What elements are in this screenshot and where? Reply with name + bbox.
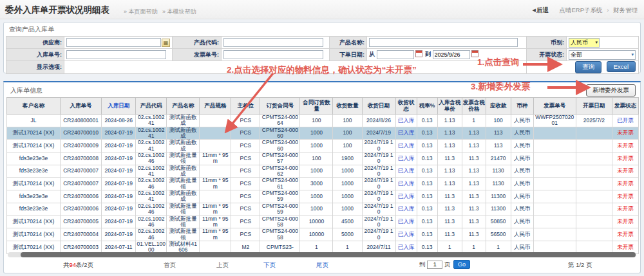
new-outsource-invoice-button[interactable]: 新增委外发票 — [586, 84, 636, 97]
cell-order_contract_no: CPMTS24-00062 — [260, 165, 300, 178]
col-header-contract_qty: 合同订货数量 — [300, 98, 333, 115]
horizontal-scrollbar-thumb[interactable] — [21, 252, 636, 257]
search-button[interactable]: 查询 — [575, 61, 601, 73]
cell-receipt_status: 已入库 — [395, 140, 417, 152]
col-header-inbound_price: 入库含税单价 — [437, 98, 462, 115]
cell-receipt_status: 已入库 — [395, 203, 417, 216]
cell-inbound_date: 2024-07-19 — [102, 203, 136, 216]
product-code-input[interactable] — [223, 38, 323, 47]
inbound-panel: 入库单信息 新增委外发票 客户名称入库单号入库日期产品代码产品名称产品规格主单位… — [3, 81, 641, 273]
breadcrumb-separator: › — [607, 6, 609, 14]
table-row[interactable]: 测试170214 (XX)CR2407000042024-07-1902.cs.… — [7, 228, 639, 241]
cell-product_name: 测试新批量领 — [167, 178, 200, 190]
col-header-invoice_status: 发票状态 — [612, 98, 638, 115]
page-help-link[interactable]: » 本页面帮助 — [124, 8, 158, 16]
breadcrumb-module[interactable]: 财务管理 — [613, 6, 638, 14]
go-button[interactable]: Go — [453, 260, 470, 269]
back-link[interactable]: ◀后退 — [532, 6, 548, 14]
inbound-no-input[interactable] — [66, 50, 166, 59]
cell-inbound_no: CR240700008 — [61, 152, 102, 165]
cell-inbound_price: 1.13 — [437, 178, 462, 190]
cell-currency: 人民币 — [511, 178, 533, 190]
breadcrumb-system[interactable]: 点晴ERP子系统 — [560, 6, 603, 14]
module-help-link[interactable]: » 本模块帮助 — [162, 8, 196, 16]
order-date-from-input[interactable] — [377, 50, 414, 59]
display-option-label: 显示选项: — [6, 61, 64, 74]
supplier-input[interactable] — [66, 38, 161, 47]
cell-invoice_date: 2025/7/2 — [576, 115, 612, 127]
cell-customer: 测试170214 (XX) — [7, 140, 61, 152]
cell-invoice_status: 未开票 — [612, 178, 638, 190]
table-row[interactable]: fds3e23e3eCR2407000082024-07-1902.cs.100… — [7, 152, 639, 165]
page-title: 委外入库单开票状况明细表 — [5, 5, 109, 16]
annotation-step3: 3.新增委外发票 — [471, 81, 530, 93]
invoice-no-input[interactable] — [223, 50, 323, 59]
order-date-to-input[interactable] — [433, 50, 470, 59]
next-page-link[interactable]: 下页 — [263, 261, 276, 270]
currency-label: 币别: — [527, 37, 567, 49]
cell-unit: PCS — [231, 165, 260, 178]
cell-invoice_price: 1 — [462, 115, 486, 127]
col-header-inbound_date[interactable]: 入库日期 — [102, 98, 136, 115]
cell-receivable: 21470 — [486, 152, 511, 165]
supplier-picker-icon[interactable]: ▦ — [162, 39, 170, 47]
excel-button[interactable]: Excel — [607, 61, 636, 72]
cell-order_contract_no: CPMTS24-00064 — [260, 115, 300, 127]
cell-product_code: 02.cs.100241 — [136, 115, 167, 127]
cell-receipt_date: 2024/7/19 10 — [362, 140, 395, 152]
table-row[interactable]: 测试170214 (XX)CR2407000052024-07-1902.cs.… — [7, 216, 639, 228]
table-row[interactable]: 测试170214 (XX)CR2407000072024-07-1902.cs.… — [7, 178, 639, 190]
inbound-section-header: 入库单信息 新增委外发票 — [4, 82, 640, 97]
topbar-right: ◀后退 点晴ERP子系统 › 财务管理 — [532, 6, 638, 15]
page-indicator: 第 1/2 页 — [568, 261, 592, 270]
cell-tax_rate: 0.13 — [417, 140, 437, 152]
cell-receipt_status: 已入库 — [395, 152, 417, 165]
cell-customer: 测试170214 (XX) — [7, 178, 61, 190]
cell-invoice_price: 11.3 — [462, 216, 486, 228]
cell-product_name: 测试新函数成 — [167, 127, 200, 140]
cell-contract_qty: 1000 — [300, 190, 333, 203]
col-header-unit: 主单位 — [231, 98, 260, 115]
currency-select[interactable]: 人民币 ▾ — [569, 38, 600, 48]
table-row[interactable]: 测试170214 (XX)CR2407000092024-07-1902.cs.… — [7, 140, 639, 152]
cell-invoice_no — [533, 165, 576, 178]
product-code-label: 产品代码: — [173, 37, 222, 49]
cell-product_name: 测试新函数成 — [167, 165, 200, 178]
cell-product_name: 测试新批量领 — [167, 216, 200, 228]
prev-page-link[interactable]: 上页 — [216, 261, 229, 270]
cell-inbound_no: CR240700006 — [61, 190, 102, 203]
cell-invoice_no — [533, 190, 576, 203]
cell-product_name: 测试新函数成 — [167, 190, 200, 203]
cell-invoice_price: 11.3 — [462, 152, 486, 165]
col-header-tax_rate: 税率% — [417, 98, 437, 115]
annotation-step1: 1.点击查询 — [477, 57, 519, 68]
cell-currency: 人民币 — [511, 190, 533, 203]
invoice-status-select[interactable]: 全部 ▾ — [569, 50, 636, 60]
table-row[interactable]: fds3e23e3eCR2407000062024-07-1902.cs.100… — [7, 203, 639, 216]
cell-invoice_no — [533, 216, 576, 228]
table-row[interactable]: 测试170214 (XX)CR2407000102024-07-1902.cs.… — [7, 127, 639, 140]
calendar-icon[interactable] — [415, 50, 422, 57]
cell-inbound_date: 2024-07-19 — [102, 190, 136, 203]
col-header-receipt_status: 收货状态 — [395, 98, 417, 115]
cell-inbound_no: CR240700006 — [61, 203, 102, 216]
cell-unit: PCS — [231, 228, 260, 241]
col-header-invoice_price: 发票含税价格 — [462, 98, 486, 115]
cell-order_contract_no: CPMTS24-00057 — [260, 152, 300, 165]
cell-receipt_qty: 5000 — [333, 228, 362, 241]
col-header-invoice_date: 开票日期 — [576, 98, 612, 115]
cell-invoice_price: 1.13 — [462, 178, 486, 190]
cell-currency: 人民币 — [511, 165, 533, 178]
page-input[interactable] — [427, 261, 442, 269]
last-page-link[interactable]: 尾页 — [316, 261, 328, 270]
cell-product_spec: 11mm * 95m — [200, 203, 231, 216]
cell-invoice_no — [533, 127, 576, 140]
product-name-input[interactable] — [369, 38, 518, 47]
cell-receivable: 11300 — [486, 203, 511, 216]
cell-product_name: 测试新批量领 — [167, 152, 200, 165]
table-row[interactable]: fds3e23e3eCR2407000072024-07-1902.cs.100… — [7, 165, 639, 178]
cell-receipt_status: 已入库 — [395, 165, 417, 178]
table-row[interactable]: JLCR2408000012024-08-2602.cs.100241测试新函数… — [7, 115, 639, 127]
table-row[interactable]: fds3e23e3eCR2407000062024-07-1902.cs.100… — [7, 190, 639, 203]
first-page-link[interactable]: 首页 — [164, 261, 176, 270]
